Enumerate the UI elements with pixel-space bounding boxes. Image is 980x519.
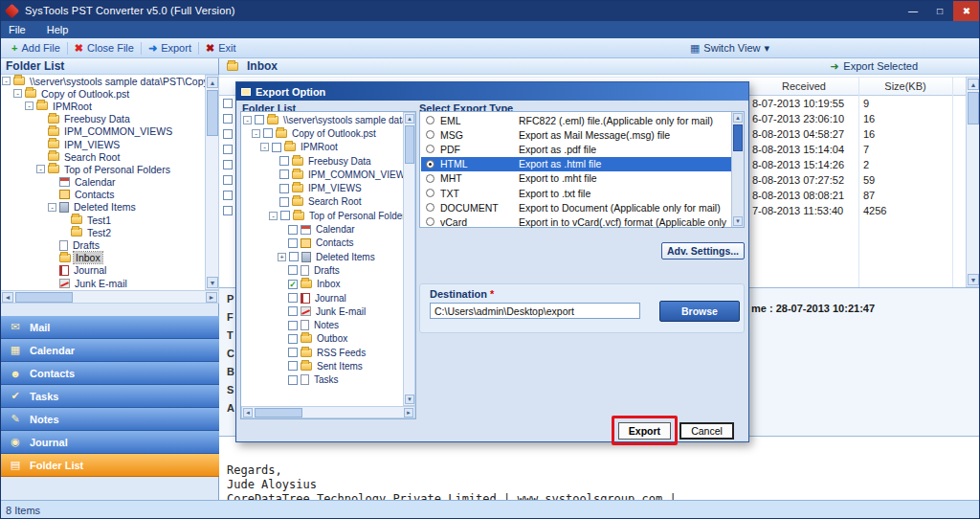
row-checkbox[interactable] [223, 160, 233, 169]
tree-item-contacts[interactable]: Contacts [0, 189, 205, 201]
folder-tree-vertical-scrollbar[interactable]: ▲ ▼ [205, 75, 219, 290]
scroll-down-icon[interactable]: ▼ [733, 216, 743, 226]
dialog-titlebar[interactable]: Export Option [236, 82, 748, 101]
tree-item-calendar[interactable]: Calendar [0, 176, 205, 189]
dialog-tree-item-search-root[interactable]: Search Root [242, 195, 404, 209]
checkbox-unchecked[interactable] [289, 252, 299, 261]
row-checkbox[interactable] [223, 99, 233, 108]
scroll-up-icon[interactable]: ▲ [733, 113, 743, 123]
export-type-msg[interactable]: MSG Export as Mail Message(.msg) file [421, 127, 732, 142]
nav-notes-button[interactable]: ✎ Notes [0, 408, 219, 431]
tree-item-search-root[interactable]: Search Root [0, 150, 205, 163]
radio-unselected[interactable] [426, 217, 434, 226]
checkbox-unchecked[interactable] [288, 225, 298, 235]
export-type-vcard[interactable]: vCard Export in to vCard(.vcf) format (A… [421, 214, 732, 228]
checkbox-unchecked[interactable] [288, 321, 298, 330]
checkbox-unchecked[interactable] [279, 184, 289, 193]
radio-unselected[interactable] [426, 116, 434, 124]
dialog-tree-item-ipmroot[interactable]: - IPMRoot [242, 141, 404, 154]
scrollbar-thumb[interactable] [255, 408, 302, 417]
tree-item-copy-of-outlook[interactable]: - Copy of Outlook.pst [0, 87, 205, 100]
tree-item-deleted-items[interactable]: - Deleted Items [0, 201, 205, 214]
scrollbar-thumb[interactable] [733, 124, 743, 151]
dialog-tree-item-drafts[interactable]: Drafts [242, 263, 404, 277]
tree-item-top-of-personal-folders[interactable]: - Top of Personal Folders [0, 163, 205, 175]
dialog-tree-item-ipm-views[interactable]: IPM_VIEWS [242, 181, 404, 194]
maximize-icon[interactable]: □ [926, 0, 953, 21]
collapse-icon[interactable]: - [36, 165, 45, 173]
radio-unselected[interactable] [426, 145, 434, 153]
checkbox-unchecked[interactable] [272, 143, 281, 152]
checkbox-unchecked[interactable] [288, 334, 298, 344]
tree-item-freebusy-data[interactable]: Freebusy Data [0, 113, 205, 125]
nav-calendar-button[interactable]: ▦ Calendar [0, 339, 219, 362]
checkbox-unchecked[interactable] [263, 128, 273, 138]
collapse-icon[interactable]: - [260, 143, 269, 151]
dialog-tree-item-junk-email[interactable]: Junk E-mail [242, 305, 404, 318]
checkbox-unchecked[interactable] [288, 348, 298, 357]
dialog-tree-item-inbox[interactable]: ✓ Inbox [242, 278, 404, 291]
tree-item-inbox[interactable]: Inbox [0, 252, 205, 264]
scroll-up-icon[interactable]: ▲ [405, 114, 414, 124]
export-type-mht[interactable]: MHT Export to .mht file [421, 171, 732, 186]
scrollbar-thumb[interactable] [405, 125, 414, 164]
checkbox-unchecked[interactable] [288, 375, 298, 385]
row-checkbox[interactable] [223, 114, 233, 124]
export-button-toolbar[interactable]: ➜ Export [142, 38, 198, 57]
collapse-icon[interactable]: - [269, 212, 278, 220]
collapse-icon[interactable]: - [243, 116, 252, 124]
export-type-scrollbar[interactable]: ▲ ▼ [731, 112, 744, 227]
dialog-tree-item-top-of-personal-folders[interactable]: - Top of Personal Folders [242, 209, 404, 222]
tree-item-test1[interactable]: Test1 [0, 214, 205, 226]
row-checkbox[interactable] [223, 129, 233, 139]
radio-unselected[interactable] [426, 203, 434, 212]
tree-item-ipmroot[interactable]: - IPMRoot [0, 100, 205, 112]
export-type-document[interactable]: DOCUMENT Export to Document (Applicable … [421, 200, 732, 214]
radio-unselected[interactable] [426, 174, 434, 183]
scroll-down-icon[interactable]: ▼ [968, 274, 979, 285]
close-file-button[interactable]: ✖ Close File [68, 38, 141, 57]
dialog-tree-item-freebusy-data[interactable]: Freebusy Data [242, 154, 404, 168]
collapse-icon[interactable]: - [25, 102, 33, 110]
dialog-tree-item-ipm-common-views[interactable]: IPM_COMMON_VIEWS [242, 168, 404, 181]
tree-item-ipm-views[interactable]: IPM_VIEWS [0, 138, 205, 150]
export-button[interactable]: Export [618, 422, 671, 440]
switch-view-dropdown[interactable]: ▦ Switch View ▾ [690, 42, 769, 55]
dialog-tree-item-calendar[interactable]: Calendar [242, 222, 404, 236]
dialog-tree-horizontal-scrollbar[interactable]: ◄ ► [241, 406, 415, 418]
nav-folder-list-button[interactable]: ▤ Folder List [0, 454, 219, 477]
scroll-down-icon[interactable]: ▼ [405, 395, 414, 404]
checkbox-unchecked[interactable] [279, 169, 289, 179]
dialog-tree-item-tasks[interactable]: Tasks [242, 373, 404, 387]
menu-file[interactable]: File [9, 24, 26, 35]
expand-icon[interactable]: + [278, 253, 286, 261]
minimize-icon[interactable]: — [900, 0, 926, 21]
scrollbar-thumb[interactable] [207, 90, 218, 136]
tree-item-test2[interactable]: Test2 [0, 226, 205, 238]
scroll-left-icon[interactable]: ◄ [2, 292, 13, 303]
tree-item-junk-email[interactable]: Junk E-mail [0, 277, 205, 289]
checkbox-unchecked[interactable] [288, 265, 298, 275]
dialog-tree-item-notes[interactable]: Notes [242, 318, 404, 331]
checkbox-unchecked[interactable] [280, 211, 290, 220]
row-checkbox[interactable] [223, 191, 233, 200]
adv-settings-button[interactable]: Adv. Settings... [661, 242, 745, 260]
export-type-pdf[interactable]: PDF Export as .pdf file [421, 142, 732, 156]
exit-button[interactable]: ✖ Exit [199, 38, 243, 57]
mail-list-vertical-scrollbar[interactable]: ▲ ▼ [966, 77, 980, 287]
column-header-size[interactable]: Size(KB) [858, 80, 952, 92]
export-type-html-selected[interactable]: HTML Export as .html file [421, 157, 732, 171]
row-checkbox[interactable] [223, 175, 233, 185]
scroll-down-icon[interactable]: ▼ [207, 277, 218, 288]
folder-tree-horizontal-scrollbar[interactable]: ◄ ► [0, 290, 219, 304]
scroll-left-icon[interactable]: ◄ [243, 408, 253, 417]
menu-help[interactable]: Help [47, 24, 69, 35]
collapse-icon[interactable]: - [252, 129, 260, 138]
dialog-tree-item-deleted-items[interactable]: + Deleted Items [242, 250, 404, 263]
tree-item-root[interactable]: - \\server\systools sample data\PST\Copy… [0, 75, 205, 87]
radio-unselected[interactable] [426, 130, 434, 139]
dialog-tree-item-rss-feeds[interactable]: RSS Feeds [242, 346, 404, 359]
dialog-tree-item-outbox[interactable]: Outbox [242, 332, 404, 346]
browse-button[interactable]: Browse [659, 301, 740, 322]
checkbox-unchecked[interactable] [288, 361, 298, 371]
